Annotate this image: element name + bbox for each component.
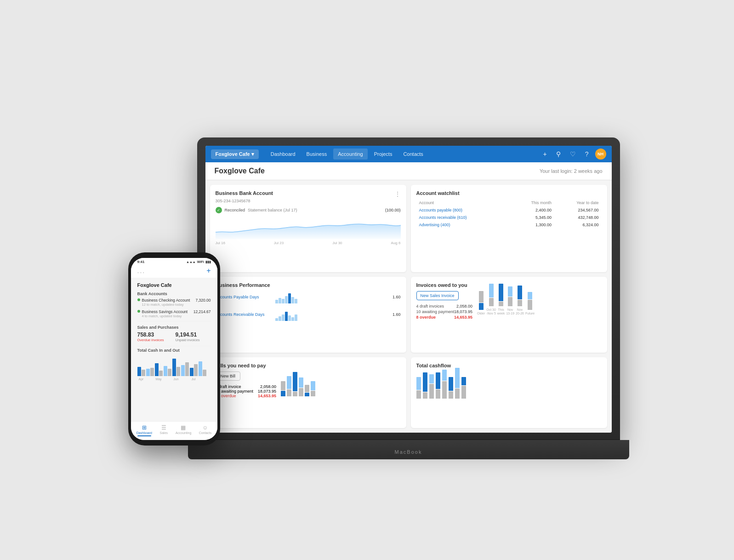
perf-label-receivable[interactable]: Accounts Receivable Days [216, 312, 275, 317]
chart-label-3: Jul 30 [332, 241, 342, 245]
phone-nav-accounting[interactable]: ▦ Accounting [176, 424, 192, 436]
phone-title: Foxglove Cafe [137, 282, 211, 288]
reconciled-row: ✓ Reconciled Statement balance (Jul 17) … [216, 207, 401, 213]
perf-bar-item [282, 299, 284, 303]
phone-unpaid-amount: 9,194.51 [176, 331, 211, 338]
invoice-draft-label: 4 draft invoices [416, 304, 444, 309]
watchlist-ytd-3: 6,324.00 [554, 222, 601, 228]
phone-nav-dashboard-label: Dashboard [137, 431, 152, 434]
phone-bar-labels: Apr May Jun Jul [137, 377, 211, 381]
phone-unpaid-label: Unpaid invoices [176, 338, 211, 342]
avatar[interactable]: NH [595, 149, 606, 160]
add-icon[interactable]: + [541, 149, 550, 159]
phone-status-icons: ▲▲▲ WiFi ▮▮▮ [186, 260, 211, 264]
phone-chart-label-jun: Jun [172, 377, 180, 381]
phone-nav-contacts[interactable]: ☺ Contacts [199, 424, 212, 436]
phone-bar-light [146, 369, 150, 376]
watchlist-row-1: Accounts payable (800) 2,400.00 234,567.… [417, 207, 601, 213]
chart-label-1: Jul 16 [216, 241, 225, 245]
phone-time: 9:41 [137, 260, 145, 264]
watchlist-col-ytd: Year to date [554, 200, 601, 206]
perf-value-payable: 1.60 [393, 295, 401, 299]
bar-group-future: Future [525, 292, 535, 315]
more-options-icon[interactable]: ⋮ [394, 190, 401, 198]
phone-account-savings[interactable]: Business Savings Account 4 to match, upd… [137, 309, 211, 318]
watchlist-row-3: Advertising (400) 1,300.00 6,324.00 [417, 222, 601, 228]
nav-link-projects[interactable]: Projects [370, 149, 397, 160]
nav-bar: Foxglove Cafe ▾ Dashboard Business Accou… [205, 146, 612, 162]
phone-chart-label-spacer1 [146, 377, 154, 381]
bar-blue [305, 393, 309, 396]
cf-bar-gray [429, 384, 434, 399]
perf-bar-item [291, 297, 294, 303]
bar-group-b1 [281, 381, 285, 396]
invoice-stat-awaiting: 10 awaiting payment 18,073.95 [416, 309, 473, 314]
savings-account-amount: 12,214.67 [193, 309, 211, 314]
nav-link-contacts[interactable]: Contacts [398, 149, 427, 160]
watchlist-account-2[interactable]: Accounts receivable (610) [417, 214, 509, 221]
watchlist-account-1[interactable]: Accounts payable (800) [417, 207, 509, 213]
phone-bar-blue [190, 368, 193, 376]
cf-bar-light [442, 370, 447, 381]
nav-links: Dashboard Business Accounting Projects C… [266, 149, 541, 160]
watchlist-account-3[interactable]: Advertising (400) [417, 222, 509, 228]
nav-brand[interactable]: Foxglove Cafe ▾ [211, 149, 259, 159]
phone-bar-gray [159, 371, 163, 376]
main-content: Business Bank Account 305-234-12345678 ⋮… [205, 180, 612, 433]
bar-blue [293, 372, 297, 391]
bar-gray [508, 297, 512, 306]
cf-bar-gray [455, 389, 460, 399]
watchlist-table: Account This month Year to date Accounts… [416, 199, 602, 229]
bar-light-blue [508, 286, 512, 297]
new-sales-invoice-button[interactable]: New Sales Invoice [416, 291, 459, 300]
bar-group-b6 [311, 381, 315, 396]
bell-icon[interactable]: ♡ [567, 149, 579, 159]
nav-active-dot [137, 435, 151, 436]
cf-bar-3 [429, 374, 434, 399]
perf-bar-item [275, 318, 278, 321]
perf-bar-item [291, 317, 294, 321]
perf-bar-item-accent [285, 312, 288, 321]
bank-card-header: Business Bank Account 305-234-12345678 ⋮ [216, 190, 401, 207]
perf-label-payable[interactable]: Accounts Payable Days [216, 295, 275, 299]
nav-link-business[interactable]: Business [302, 149, 332, 160]
phone-bar-blue [155, 363, 159, 376]
invoices-card: Invoices owed to you New Sales Invoice 4… [411, 277, 607, 353]
macbook-label: MacBook [395, 449, 422, 455]
bills-stat-awaiting: 14 awaiting payment 18,073.95 [216, 389, 277, 394]
cf-bar-7 [455, 368, 460, 399]
help-icon[interactable]: ? [582, 149, 592, 159]
phone-account-checking[interactable]: Business Checking Account 12 to match, u… [137, 298, 211, 307]
divider-1 [137, 321, 211, 321]
phone-bar-gray [168, 369, 171, 376]
nav-link-dashboard[interactable]: Dashboard [266, 149, 300, 160]
bar-group-older: Older [477, 291, 485, 315]
phone-bar-gray [194, 364, 198, 376]
bills-stat-overdue: 11 overdue 14,653.95 [216, 394, 277, 398]
contacts-icon: ☺ [201, 424, 209, 431]
scene: Foxglove Cafe ▾ Dashboard Business Accou… [114, 101, 620, 459]
bar-gray [479, 291, 484, 303]
phone-dots[interactable]: ... [137, 267, 146, 274]
cf-bar-light [429, 374, 434, 383]
search-icon[interactable]: ⚲ [553, 149, 563, 159]
reconciled-check-icon: ✓ [216, 207, 222, 213]
cf-bar-blue [436, 372, 440, 389]
cf-bar-5 [442, 370, 447, 399]
phone-nav-dashboard[interactable]: ⊞ Dashboard [137, 424, 152, 436]
nav-link-accounting[interactable]: Accounting [333, 149, 367, 160]
bar-blue [499, 284, 503, 301]
bar-group-b3 [293, 372, 297, 396]
watchlist-ytd-2: 432,748.00 [554, 214, 601, 221]
phone-account-left: Business Checking Account 12 to match, u… [137, 298, 190, 307]
phone-nav-sales[interactable]: ☰ Sales [159, 424, 168, 436]
bar-group-b4 [299, 377, 303, 396]
phone-bar-gray [176, 367, 180, 376]
phone-bar-blue [172, 359, 176, 376]
phone-add-button[interactable]: + [206, 267, 211, 275]
cf-bar-gray [442, 381, 447, 399]
phone-bar-group-jun [172, 359, 180, 376]
divider-2 [137, 346, 211, 346]
business-performance-card: Business Performance Accounts Payable Da… [210, 277, 406, 353]
phone-bar-chart [137, 355, 211, 376]
